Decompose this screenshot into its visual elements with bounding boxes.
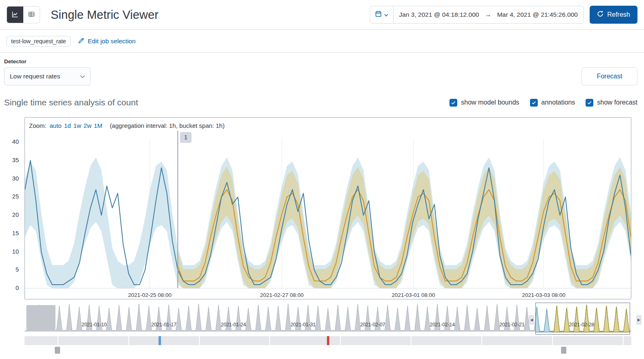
refresh-label: Refresh — [607, 11, 630, 18]
time-selection-brush[interactable] — [535, 303, 630, 334]
swimlane-cell-divider — [552, 336, 553, 345]
y-axis-label: 0 — [0, 285, 19, 291]
analysis-title: Single time series analysis of count — [4, 98, 138, 107]
y-axis-label: 35 — [0, 157, 19, 163]
context-chart: 2021-01-102021-01-172021-01-242021-01-31… — [25, 303, 631, 334]
scroll-right-arrow[interactable]: ▶ — [636, 315, 642, 325]
toggle-label: show model bounds — [461, 99, 519, 106]
anomaly-swimlane[interactable] — [25, 336, 631, 345]
main-chart-svg[interactable]: 12021-02-25 08:002021-02-27 08:002021-03… — [25, 131, 631, 299]
context-axis-label: 2021-01-17 — [151, 322, 176, 328]
checkbox-checked-icon — [449, 99, 457, 107]
context-axis-label: 2021-02-07 — [360, 322, 385, 328]
x-axis-label: 2021-02-27 08:00 — [260, 292, 304, 298]
context-axis-label: 2021-02-14 — [430, 322, 455, 328]
context-axis-label: 2021-01-10 — [82, 322, 107, 328]
checkbox-checked-icon — [586, 99, 593, 107]
toggle-show-model-bounds[interactable]: show model bounds — [449, 99, 519, 107]
zoom-option-auto[interactable]: auto — [50, 122, 62, 129]
detector-section: Detector Low request rates Forecast — [0, 53, 644, 85]
scroll-left-arrow[interactable]: ◀ — [529, 315, 534, 325]
context-axis-label: 2021-02-28 — [569, 322, 594, 328]
swimlane-cell-divider — [623, 336, 624, 345]
detector-select[interactable]: Low request rates — [4, 67, 91, 85]
chart-area: 0510152025303540 Zoom: auto1d1w2w1M (agg… — [25, 117, 631, 356]
toggle-show-forecast[interactable]: show forecast — [586, 99, 637, 107]
y-axis-label: 30 — [0, 175, 19, 182]
zoom-option-1d[interactable]: 1d — [64, 122, 71, 129]
annotation-label-marker[interactable] — [55, 347, 60, 354]
calendar-icon — [375, 11, 382, 19]
toggle-annotations[interactable]: annotations — [530, 99, 575, 107]
job-badge: test-low_request_rate — [7, 36, 71, 47]
swimlane-cell-divider — [340, 336, 341, 345]
checkbox-checked-icon — [530, 99, 538, 107]
x-axis-label: 2021-02-25 08:00 — [128, 292, 171, 298]
forecast-button[interactable]: Forecast — [581, 67, 637, 85]
detector-label: Detector — [4, 58, 91, 65]
selection-forecast-wave — [552, 305, 630, 332]
edit-job-selection-link[interactable]: Edit job selection — [78, 37, 136, 45]
x-axis-label: 2021-03-01 08:00 — [391, 292, 435, 298]
swimlane-cell-divider — [58, 336, 58, 345]
zoom-option-1M[interactable]: 1M — [94, 122, 103, 129]
toggle-label: show forecast — [597, 99, 637, 106]
swimlane-cell-divider — [269, 336, 270, 345]
y-axis-label: 25 — [0, 193, 19, 200]
end-date[interactable]: Mar 4, 2021 @ 21:45:26.000 — [491, 11, 584, 18]
detector-selected-value: Low request rates — [10, 73, 60, 80]
date-picker-menu-button[interactable] — [370, 6, 394, 23]
swimlane-cell-divider — [481, 336, 482, 345]
analysis-header: Single time series analysis of count sho… — [0, 98, 644, 107]
context-axis-label: 2021-02-21 — [499, 322, 524, 328]
start-date[interactable]: Jan 3, 2021 @ 04:18:12.000 — [394, 11, 485, 18]
refresh-icon — [597, 11, 604, 19]
zoom-option-2w[interactable]: 2w — [84, 122, 92, 129]
annotation-label-marker[interactable] — [561, 347, 566, 354]
annotations-row — [25, 346, 631, 356]
annotation-marker[interactable] — [159, 336, 161, 345]
zoom-option-1w[interactable]: 1w — [73, 122, 81, 129]
refresh-button[interactable]: Refresh — [590, 6, 637, 24]
table-icon — [28, 11, 35, 19]
page-title: Single Metric Viewer — [51, 8, 159, 22]
view-toggle — [7, 6, 40, 23]
x-axis-label: 2021-03-03 08:00 — [522, 292, 565, 298]
line-chart-icon — [12, 11, 18, 19]
y-axis-label: 20 — [0, 212, 19, 218]
swimlane-cell-divider — [199, 336, 200, 345]
y-axis-label: 5 — [0, 266, 19, 273]
chart-view-button[interactable] — [7, 7, 23, 23]
zoom-links: auto1d1w2w1M — [50, 122, 105, 129]
y-axis-label: 15 — [0, 230, 19, 236]
context-axis-label: 2021-01-31 — [291, 322, 315, 328]
y-axis-label: 40 — [0, 138, 19, 145]
table-view-button[interactable] — [23, 7, 40, 23]
chevron-down-icon — [384, 11, 388, 18]
swimlane-cell-divider — [128, 336, 129, 345]
annotation-badge-label: 1 — [184, 134, 188, 140]
date-range-picker[interactable]: Jan 3, 2021 @ 04:18:12.000 → Mar 4, 2021… — [370, 6, 584, 24]
header: Single Metric Viewer Jan 3, 2021 @ 04:18… — [0, 0, 644, 29]
annotation-marker[interactable] — [327, 336, 329, 345]
pencil-icon — [78, 37, 85, 45]
toggle-label: annotations — [541, 99, 575, 106]
job-selection-bar: test-low_request_rate Edit job selection — [0, 30, 644, 52]
aggregation-detail: (aggregation interval: 1h, bucket span: … — [110, 122, 225, 129]
y-axis-label: 10 — [0, 248, 19, 255]
main-chart-panel: Zoom: auto1d1w2w1M (aggregation interval… — [25, 117, 631, 299]
context-start-block — [26, 305, 55, 331]
zoom-label: Zoom: — [29, 122, 47, 129]
context-axis-label: 2021-01-24 — [221, 322, 246, 328]
swimlane-cell-divider — [411, 336, 411, 345]
selection-chart-svg — [535, 303, 630, 333]
range-arrow-icon: → — [485, 11, 491, 18]
chart-toggles: show model boundsannotationsshow forecas… — [449, 99, 637, 107]
zoom-bar: Zoom: auto1d1w2w1M (aggregation interval… — [25, 120, 631, 131]
chevron-down-icon — [80, 73, 85, 80]
